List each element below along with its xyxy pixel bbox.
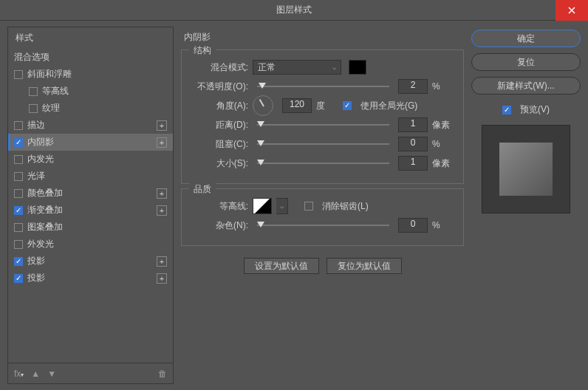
new-style-button[interactable]: 新建样式(W)... [471,77,581,95]
style-label: 图案叠加 [27,221,63,233]
style-checkbox[interactable] [14,155,23,164]
down-icon[interactable]: ▼ [47,369,56,379]
noise-slider[interactable] [257,220,389,230]
style-checkbox[interactable] [14,121,23,130]
distance-input[interactable]: 1 [398,117,428,132]
color-swatch[interactable] [349,60,366,75]
noise-unit: % [432,220,454,230]
blend-mode-label: 混合模式: [191,61,248,74]
distance-slider[interactable] [257,120,389,130]
styles-header: 样式 [8,27,173,49]
style-row[interactable]: 内阴影+ [8,134,173,151]
contour-label: 等高线: [191,200,248,213]
panel-title: 内阴影 [181,27,464,45]
distance-label: 距离(D): [191,119,248,131]
style-label: 投影 [27,272,45,284]
trash-icon[interactable]: 🗑 [158,369,167,379]
style-checkbox[interactable] [14,240,23,249]
preview-box [482,125,570,213]
style-row[interactable]: 光泽 [8,168,173,185]
antialias-label: 消除锯齿(L) [322,200,369,213]
quality-legend: 品质 [189,183,216,196]
choke-label: 阻塞(C): [191,138,248,151]
style-checkbox[interactable] [29,87,38,96]
global-light-checkbox[interactable] [343,101,352,110]
add-effect-icon[interactable]: + [157,256,167,267]
style-label: 内发光 [27,153,54,165]
title-bar: 图层样式 [0,0,588,21]
up-icon[interactable]: ▲ [31,369,40,379]
cancel-button[interactable]: 复位 [471,53,581,71]
size-slider[interactable] [257,158,389,168]
style-row[interactable]: 渐变叠加+ [8,202,173,219]
style-checkbox[interactable] [29,104,38,113]
antialias-checkbox[interactable] [304,202,313,211]
ok-button[interactable]: 确定 [471,30,581,47]
opacity-slider[interactable] [257,81,389,92]
add-effect-icon[interactable]: + [157,137,167,148]
style-row[interactable]: 投影+ [8,270,173,287]
style-row[interactable]: 斜面和浮雕 [8,66,173,83]
make-default-button[interactable]: 设置为默认值 [244,258,319,274]
style-row[interactable]: 投影+ [8,253,173,270]
preview-swatch [499,143,553,196]
styles-panel: 样式 混合选项 斜面和浮雕等高线纹理描边+内阴影+内发光光泽颜色叠加+渐变叠加+… [7,27,174,384]
angle-unit: 度 [316,100,338,112]
style-label: 外发光 [27,238,54,250]
choke-unit: % [432,139,454,149]
blending-options-row[interactable]: 混合选项 [8,49,173,66]
chevron-down-icon: ⌵ [332,64,336,71]
preview-checkbox[interactable] [502,106,511,114]
style-checkbox[interactable] [14,138,23,147]
angle-input[interactable]: 120 [282,98,312,113]
style-row[interactable]: 纹理 [8,100,173,117]
style-checkbox[interactable] [14,206,23,215]
global-light-label: 使用全局光(G) [360,100,417,112]
style-row[interactable]: 外发光 [8,236,173,253]
blend-mode-select[interactable]: 正常 ⌵ [253,60,341,75]
style-label: 描边 [27,119,45,131]
opacity-label: 不透明度(O): [191,81,248,93]
style-checkbox[interactable] [14,257,23,266]
style-checkbox[interactable] [14,70,23,79]
style-checkbox[interactable] [14,274,23,283]
choke-input[interactable]: 0 [398,137,428,151]
settings-panel: 内阴影 结构 混合模式: 正常 ⌵ 不透明度(O): 2 % 角度(A): [174,27,471,384]
structure-group: 结构 混合模式: 正常 ⌵ 不透明度(O): 2 % 角度(A): 120 度 [181,49,464,184]
styles-footer: fx▾ ▲ ▼ 🗑 [8,363,173,383]
contour-picker[interactable] [253,198,272,214]
choke-slider[interactable] [257,139,389,149]
opacity-input[interactable]: 2 [398,79,428,94]
style-label: 等高线 [42,85,69,98]
style-row[interactable]: 图案叠加 [8,219,173,236]
quality-group: 品质 等高线: ⌵ 消除锯齿(L) 杂色(N): 0 % [181,188,464,246]
noise-input[interactable]: 0 [398,218,428,233]
add-effect-icon[interactable]: + [157,188,167,199]
style-checkbox[interactable] [14,172,23,181]
noise-label: 杂色(N): [191,219,248,232]
reset-default-button[interactable]: 复位为默认值 [327,258,402,274]
style-checkbox[interactable] [14,223,23,232]
angle-dial[interactable] [253,95,273,116]
add-effect-icon[interactable]: + [157,120,167,131]
add-effect-icon[interactable]: + [157,205,167,216]
contour-chevron[interactable]: ⌵ [276,198,288,214]
style-checkbox[interactable] [14,189,23,198]
fx-icon[interactable]: fx▾ [14,369,24,379]
angle-label: 角度(A): [191,100,248,112]
style-row[interactable]: 等高线 [8,83,173,100]
style-row[interactable]: 描边+ [8,117,173,134]
opacity-unit: % [432,81,454,92]
style-row[interactable]: 颜色叠加+ [8,185,173,202]
size-label: 大小(S): [191,157,248,170]
size-input[interactable]: 1 [398,156,428,171]
blending-options-label: 混合选项 [14,51,49,64]
style-label: 纹理 [42,102,60,114]
close-button[interactable] [555,0,588,21]
preview-label: 预览(V) [520,103,550,116]
distance-unit: 像素 [432,119,454,131]
style-row[interactable]: 内发光 [8,151,173,168]
style-label: 斜面和浮雕 [27,68,72,81]
size-unit: 像素 [432,157,454,170]
add-effect-icon[interactable]: + [157,273,167,284]
